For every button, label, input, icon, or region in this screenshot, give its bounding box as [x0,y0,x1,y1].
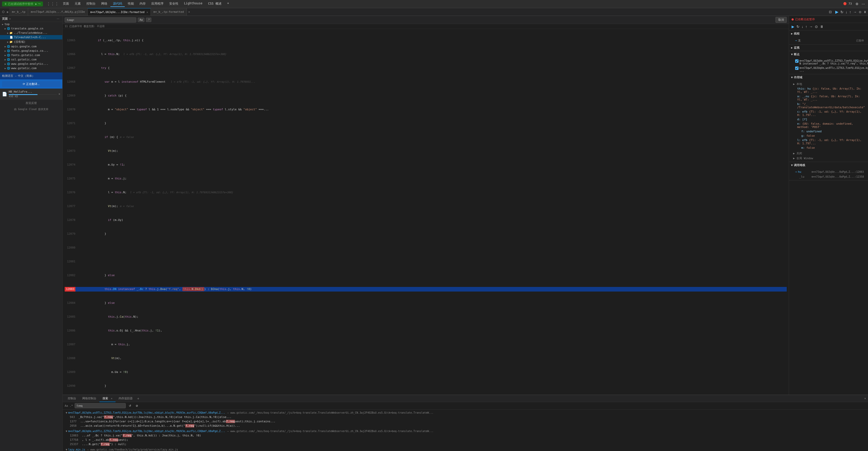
scope-a[interactable]: a: _.nu {jc: false, Ub: Array(7), Ik: Yl… [796,94,866,102]
nav-page[interactable]: 页面 [60,1,71,7]
nav-sources[interactable]: 源代码 [111,1,125,7]
step-into-btn[interactable]: ↓ [845,9,848,15]
debug-step[interactable]: → [809,24,813,29]
debug-deactivate[interactable]: ⊙ [814,24,818,29]
lang-from[interactable]: 检测语言 [2,74,13,78]
bp-checkbox-2[interactable] [795,66,799,70]
result-item-12083[interactable]: 12083 ...of _.Bc ? this.j.va("f.req", th… [64,433,867,438]
feedback-btn[interactable]: 发送反馈 [0,100,62,107]
nav-lighthouse[interactable]: Lighthouse [182,1,205,7]
tab-2-close[interactable]: ✕ [147,11,148,13]
debug-pause-exceptions[interactable]: ⏸ [819,24,824,29]
scope-c[interactable]: c: efb {Tl: -1, od: {…}, Yf: Array(1), H… [796,110,866,117]
tab-bar-sync[interactable]: ≡ [6,10,9,13]
debug-resume[interactable]: ▶ [791,24,795,29]
inline-search-input[interactable] [65,18,136,23]
sidebar-expand[interactable]: » [9,18,11,20]
result-header-2[interactable]: ▼ m=n73qwf,UUJqVe,ws9Tlc,IZT63,TzmfU,O1G… [64,429,867,433]
tree-file-selected[interactable]: 📄 ?sl=auto&tl=zh-C... [0,35,62,39]
bottom-tab-network-console[interactable]: 网络控制台 [79,395,99,402]
scope-this[interactable]: this: hu {jc: false, Ub: Array(7), Ik: Y… [796,86,866,94]
tree-translate-google[interactable]: ▶ 🌐 translate.google.cn [0,26,62,31]
watch-header[interactable]: ▶ 监视 [789,45,868,51]
tree-fonts-googleapis[interactable]: ▶ 🌐 fonts.googleapis.co... [0,49,62,53]
nav-network[interactable]: 网络 [99,1,110,7]
scope-local-header[interactable]: ▶ 本地 [793,82,866,86]
pause-on-exception-btn[interactable]: ⏸ [863,9,867,15]
result-item-25337[interactable]: 25337 ....N.get("f.req") : null; [64,442,867,446]
nav-performance[interactable]: 性能 [125,1,136,7]
bottom-search-refresh[interactable]: ↺ [127,404,133,408]
tree-google-analytics[interactable]: ▶ 🌐 www.google-analytic... [0,62,62,66]
tree-fonts-gstatic[interactable]: ▶ 🌐 fonts.gstatic.com [0,53,62,57]
result-item-943[interactable]: 943 _Bc?this.j.va("f.req",this.N.kd()):J… [64,415,867,419]
thread-header[interactable]: ▶ 线程 [789,30,868,37]
scope-g[interactable]: g: false [796,134,866,138]
tab-bar-collapse[interactable]: ⊡ [828,9,833,14]
search-tab-close[interactable]: ✕ [111,397,113,400]
result-header-3[interactable]: ▼ lazy.min.js — www.gstatic.com/feedback… [64,447,867,451]
activate-bp-btn[interactable]: ⊙ [858,9,862,15]
tab-more[interactable]: » [187,10,192,13]
result-item-1377[interactable]: 1377 ...va=function(a,b){for(var c=[];d=… [64,419,867,424]
scope-header[interactable]: ▼ 作用域 [789,74,868,81]
tab-bar-prev[interactable]: ⬡ [1,10,6,13]
scope-global-header[interactable]: ▶ 全局 Window [793,156,866,161]
tree-top[interactable]: ▶ top [0,22,62,26]
search-case-btn[interactable]: Aa [138,18,145,22]
bp-checkbox-1[interactable] [795,59,799,63]
tree-apis[interactable]: ▶ 🌐 apis.google.com [0,44,62,49]
step-btn[interactable]: → [852,9,857,15]
callstack-header[interactable]: ▼ 调用堆栈 [789,162,868,168]
result-item-17758[interactable]: 17758 , l = _.zu(f).abf.request); [64,438,867,442]
settings-btn[interactable]: ⚙ [855,2,860,6]
grid-icon[interactable]: ⋮⋮⋮ [46,2,59,6]
scope-l[interactable]: l: efb {Tl: -1, od: {…}, Yf: Array(1), H… [796,138,866,146]
scope-e[interactable]: e: {UU: false, domain: undefined, method… [796,121,866,129]
tree-no-domain[interactable]: ▶ 📁 (没有域) [0,39,62,44]
nav-css[interactable]: CSS 概述 [206,1,224,7]
tree-translatewebse[interactable]: ▶ 📁 ../TranslateWebse... [0,31,62,35]
bottom-search-input[interactable] [74,403,126,408]
code-lines[interactable]: 12065 if (_.xa(_.tp, this.j.v)) { 12066 … [63,29,789,395]
bottom-tab-search[interactable]: 搜索 ✕ [99,395,116,402]
bottom-search-clear[interactable]: ⊘ [134,404,140,408]
call-stack-1[interactable]: _lu m=n73qwf,UUJqVe...0aPgd,Z...:12358 [793,174,866,179]
inline-cancel-btn[interactable]: 取消 [775,17,787,23]
bottom-tab-console[interactable]: 控制台 [65,395,79,402]
step-over-btn[interactable]: ↻ [840,9,844,15]
add-panel-tab[interactable]: + [136,396,141,401]
tab-2[interactable]: m=n73qwf,UUJqVe...ICDe:formatted ✕ [88,8,151,16]
step-out-btn[interactable]: ↑ [849,9,851,15]
nav-add[interactable]: + [225,1,231,7]
nav-security[interactable]: 安全性 [167,1,181,7]
call-stack-0[interactable]: → hu m=n73qwf,UUJqVe...0aPgd,Z...:12083 [793,169,866,174]
scope-close-header[interactable]: ▶ 关闭 [793,151,866,156]
more-btn[interactable]: ⋯ [861,2,866,6]
bottom-panel-close[interactable]: ✕ [864,397,866,400]
tree-www-gstatic[interactable]: ▶ 🌐 www.gstatic.com [0,66,62,71]
scope-m[interactable]: m: false [796,146,866,150]
translate-button[interactable]: ⟳ 正在翻译... [2,81,60,87]
debug-step-out[interactable]: ↑ [805,24,808,29]
resume-btn[interactable]: ▶ [835,9,839,15]
nav-application[interactable]: 应用程序 [149,1,166,7]
result-header-1[interactable]: ▼ m=n73qwf,UUJqVe,ws9Tlc,IZT63,TzmfU,O1G… [64,411,867,415]
tab-1[interactable]: m=n73qwf,UUJqVe...f,AKLKy,pjICDe [28,8,88,16]
result-item-2058[interactable]: 2058 ...as(e.value))return!0;return!1},$… [64,424,867,428]
search-regex-btn[interactable]: .* [146,18,151,22]
nav-memory[interactable]: 内存 [137,1,148,7]
nav-elements[interactable]: 元素 [72,1,83,7]
bp-header[interactable]: ▼ 断点 [789,51,868,58]
scope-d[interactable]: d: [f] [796,117,866,121]
tree-ssl-gstatic[interactable]: ▶ 🌐 ssl.gstatic.com [0,57,62,62]
debug-step-into[interactable]: ↓ [801,24,804,29]
nav-console[interactable]: 控制台 [84,1,98,7]
tab-0[interactable]: m=_b_,tp [9,8,28,16]
tab-3[interactable]: m=_b_,tp:formatted [151,8,187,16]
lang-to[interactable]: 中文（简体） [18,74,35,78]
sidebar-menu[interactable]: ⋯ [56,17,60,21]
scope-f[interactable]: f: undefined [796,129,866,134]
debug-step-over[interactable]: ↻ [796,24,800,29]
scope-b[interactable]: b: "/_ /TranslateWebserverUi/data/batche… [796,102,866,110]
